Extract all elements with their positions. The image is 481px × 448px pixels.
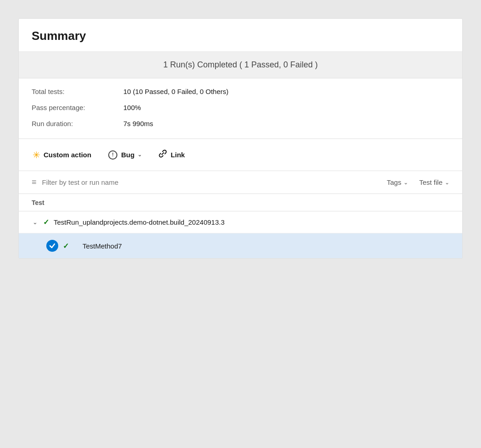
summary-title-text: Summary xyxy=(32,29,86,43)
link-button[interactable]: Link xyxy=(157,147,186,162)
main-card: Summary 1 Run(s) Completed ( 1 Passed, 0… xyxy=(18,18,463,259)
stat-row-total-tests: Total tests: 10 (10 Passed, 0 Failed, 0 … xyxy=(32,88,449,95)
runs-banner-text: 1 Run(s) Completed ( 1 Passed, 0 Failed … xyxy=(163,60,318,69)
bug-chevron-icon: ⌄ xyxy=(138,152,142,158)
tags-chevron-icon: ⌄ xyxy=(404,179,408,186)
test-run-row: ⌄ ✓ TestRun_uplandprojects.demo-dotnet.b… xyxy=(19,211,462,233)
runs-banner: 1 Run(s) Completed ( 1 Passed, 0 Failed … xyxy=(19,52,462,78)
stat-value-total-tests: 10 (10 Passed, 0 Failed, 0 Others) xyxy=(123,88,228,95)
test-run-expand-button[interactable]: ⌄ xyxy=(32,219,39,226)
link-icon xyxy=(158,149,167,160)
stat-row-pass-pct: Pass percentage: 100% xyxy=(32,104,449,111)
filter-tags-area: Tags ⌄ Test file ⌄ xyxy=(387,178,449,186)
test-method-row[interactable]: ✓ TestMethod7 xyxy=(19,233,462,258)
test-file-filter-button[interactable]: Test file ⌄ xyxy=(419,178,449,186)
filter-icon: ≡ xyxy=(32,177,37,187)
test-file-filter-label: Test file xyxy=(419,178,442,186)
actions-bar: ✳ Custom action ! Bug ⌄ Link xyxy=(19,139,462,171)
test-file-chevron-icon: ⌄ xyxy=(445,179,449,186)
stat-value-run-duration: 7s 990ms xyxy=(123,120,153,127)
bug-icon: ! xyxy=(108,150,118,160)
table-header: Test xyxy=(19,194,462,211)
test-run-pass-icon: ✓ xyxy=(43,218,49,227)
tags-filter-button[interactable]: Tags ⌄ xyxy=(387,178,408,186)
tags-filter-label: Tags xyxy=(387,178,401,186)
stat-label-run-duration: Run duration: xyxy=(32,120,123,127)
filter-bar: ≡ Tags ⌄ Test file ⌄ xyxy=(19,171,462,194)
summary-title: Summary xyxy=(19,19,462,52)
test-method-selected-icon xyxy=(46,240,58,252)
stat-label-total-tests: Total tests: xyxy=(32,88,123,95)
stats-section: Total tests: 10 (10 Passed, 0 Failed, 0 … xyxy=(19,78,462,139)
custom-action-label: Custom action xyxy=(44,151,91,159)
link-label: Link xyxy=(171,151,185,159)
bug-label: Bug xyxy=(121,151,134,159)
custom-action-button[interactable]: ✳ Custom action xyxy=(32,148,92,162)
test-method-name: TestMethod7 xyxy=(83,242,122,250)
test-method-pass-icon: ✓ xyxy=(63,242,69,250)
stat-label-pass-pct: Pass percentage: xyxy=(32,104,123,111)
test-column-header: Test xyxy=(32,199,44,206)
bug-button[interactable]: ! Bug ⌄ xyxy=(107,148,143,162)
filter-input[interactable] xyxy=(42,178,381,186)
stat-value-pass-pct: 100% xyxy=(123,104,141,111)
test-run-name: TestRun_uplandprojects.demo-dotnet.build… xyxy=(54,218,225,226)
stat-row-run-duration: Run duration: 7s 990ms xyxy=(32,120,449,127)
asterisk-icon: ✳ xyxy=(33,149,40,160)
